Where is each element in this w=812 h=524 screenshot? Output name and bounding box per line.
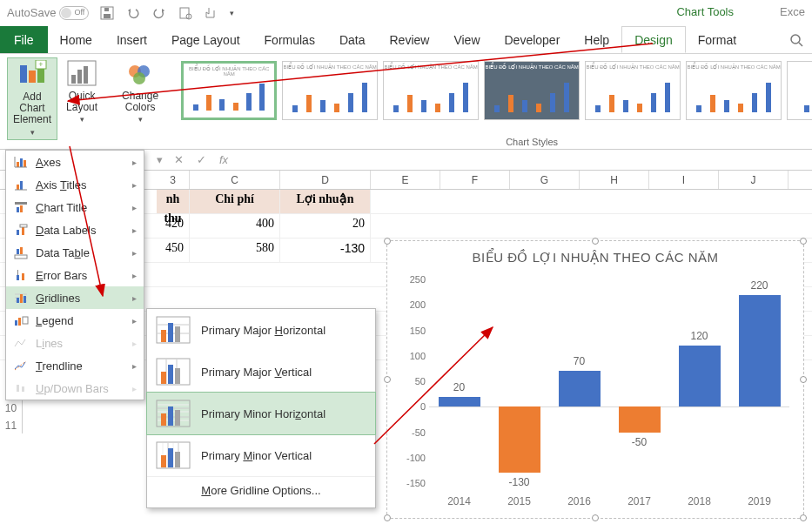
x-axis-label: 2015: [493, 495, 546, 507]
chart-style-5[interactable]: BIỂU ĐỒ LỢI NHUẬN THEO CÁC NĂM: [585, 61, 681, 120]
chart-style-6[interactable]: BIỂU ĐỒ LỢI NHUẬN THEO CÁC NĂM: [686, 61, 782, 120]
col-header-d[interactable]: D: [280, 171, 371, 189]
svg-rect-24: [17, 185, 19, 190]
cancel-formula-icon[interactable]: ✕: [171, 153, 185, 166]
chart-bar[interactable]: [739, 295, 781, 407]
col-header-e[interactable]: E: [371, 171, 440, 189]
formula-input[interactable]: [239, 153, 812, 166]
tab-view[interactable]: View: [441, 26, 492, 53]
chart-handle-r[interactable]: [800, 376, 807, 383]
touch-mode-icon[interactable]: [204, 5, 219, 21]
chart-styles-gallery[interactable]: BIỂU ĐỒ LỢI NHUẬN THEO CÁC NĂM BIỂU ĐỒ L…: [178, 57, 812, 124]
svg-rect-47: [23, 317, 28, 324]
save-icon[interactable]: [99, 5, 115, 21]
chart-handle-br[interactable]: [800, 514, 807, 521]
col-header-f[interactable]: F: [440, 171, 510, 189]
tab-formulas[interactable]: Formulas: [252, 26, 327, 53]
pmh-icon: [156, 316, 191, 344]
cell-b3[interactable]: 450: [157, 238, 190, 262]
chart-handle-t[interactable]: [592, 238, 599, 245]
qat-customize-icon[interactable]: ▾: [230, 9, 234, 17]
chart-style-7[interactable]: BIỂU ĐỒ: [787, 61, 812, 120]
menu-item-error-bars[interactable]: Error Bars▸: [6, 264, 144, 286]
cell-c3[interactable]: 580: [190, 238, 280, 262]
chart-style-3[interactable]: BIỂU ĐỒ LỢI NHUẬN THEO CÁC NĂM: [383, 61, 479, 120]
cell-b-header[interactable]: nh thu: [157, 190, 190, 213]
tab-file[interactable]: File: [0, 26, 48, 53]
embedded-chart[interactable]: BIỂU ĐỒ LỢI NHUẬN THEO CÁC NĂM -150-100-…: [386, 240, 804, 519]
row-header-11[interactable]: 11: [0, 416, 23, 433]
tab-home[interactable]: Home: [48, 26, 104, 53]
tab-developer[interactable]: Developer: [493, 26, 573, 53]
tab-help[interactable]: Help: [572, 26, 621, 53]
chart-handle-tr[interactable]: [800, 238, 807, 245]
change-colors-button[interactable]: Change Colors ▾: [117, 57, 164, 127]
submenu-primary-minor-horizontal[interactable]: Primary Minor Horizontal: [146, 392, 376, 435]
svg-rect-71: [175, 410, 180, 426]
chart-handle-bl[interactable]: [384, 514, 391, 521]
col-header-j[interactable]: J: [719, 171, 789, 189]
menu-item-data-labels[interactable]: Data Labels▸: [6, 218, 144, 241]
autosave-toggle[interactable]: AutoSave: [7, 6, 89, 20]
col-header-h[interactable]: H: [580, 171, 649, 189]
tab-design[interactable]: Design: [621, 26, 686, 53]
chart-handle-b[interactable]: [592, 514, 599, 521]
tab-data[interactable]: Data: [327, 26, 378, 53]
submenu-primary-minor-vertical[interactable]: Primary Minor Vertical: [147, 434, 375, 476]
chart-bar[interactable]: [499, 406, 540, 473]
col-header-i[interactable]: I: [649, 171, 719, 189]
row-header-10[interactable]: 10: [0, 399, 23, 416]
tab-insert[interactable]: Insert: [104, 26, 159, 53]
ribbon-tabs: File Home Insert Page Layout Formulas Da…: [0, 26, 812, 54]
col-header-partial[interactable]: 3: [157, 171, 190, 189]
chart-bar[interactable]: [439, 397, 480, 407]
col-header-g[interactable]: G: [510, 171, 580, 189]
submenu-primary-major-vertical[interactable]: Primary Major Vertical: [147, 351, 375, 393]
cell-d3[interactable]: -130: [280, 238, 371, 262]
add-chart-element-button[interactable]: + Add Chart Element ▾: [7, 57, 57, 140]
chart-style-1[interactable]: BIỂU ĐỒ LỢI NHUẬN THEO CÁC NĂM: [181, 61, 277, 120]
menu-item-axis-titles[interactable]: Axis Titles▸: [6, 173, 144, 196]
svg-line-48: [15, 361, 26, 370]
chart-plot-area[interactable]: -150-100-500501001502002502014202015-130…: [429, 279, 789, 483]
tab-page-layout[interactable]: Page Layout: [159, 26, 252, 53]
y-tick: 50: [393, 376, 426, 386]
print-preview-icon[interactable]: [178, 5, 193, 21]
chart-handle-tl[interactable]: [384, 238, 391, 245]
svg-rect-46: [18, 318, 21, 326]
chart-handle-l[interactable]: [384, 376, 391, 383]
chart-style-4[interactable]: BIỂU ĐỒ LỢI NHUẬN THEO CÁC NĂM: [484, 61, 580, 120]
menu-item-trendline[interactable]: Trendline▸: [6, 354, 144, 377]
quick-layout-button[interactable]: Quick Layout ▾: [61, 57, 103, 140]
submenu-primary-major-horizontal[interactable]: Primary Major Horizontal: [147, 309, 375, 351]
cell-d-header[interactable]: Lợi nhuận: [280, 190, 371, 213]
enter-formula-icon[interactable]: ✓: [194, 153, 208, 166]
col-header-c[interactable]: C: [190, 171, 280, 189]
tab-review[interactable]: Review: [378, 26, 442, 53]
cell-b2[interactable]: 420: [157, 214, 190, 238]
cell-c2[interactable]: 400: [190, 214, 280, 238]
chart-bar[interactable]: [619, 406, 661, 432]
gridlines-icon: [13, 291, 29, 305]
chart-style-2[interactable]: BIỂU ĐỒ LỢI NHUẬN THEO CÁC NĂM: [282, 61, 378, 120]
menu-item-legend[interactable]: Legend▸: [6, 309, 144, 332]
chart-data-label: 120: [679, 330, 721, 342]
chart-title[interactable]: BIỂU ĐỒ LỢI NHUẬN THEO CÁC NĂM: [387, 241, 803, 271]
fx-icon[interactable]: fx: [217, 153, 231, 166]
chart-bar[interactable]: [559, 371, 601, 406]
tab-format[interactable]: Format: [686, 26, 748, 53]
menu-item-chart-title[interactable]: Chart Title▸: [6, 196, 144, 218]
menu-item-axes[interactable]: Axes▸: [6, 151, 144, 173]
cell-c-header[interactable]: Chi phí: [190, 190, 280, 213]
undo-icon[interactable]: [125, 5, 141, 21]
menu-item-data-table[interactable]: Data Table▸: [6, 241, 144, 264]
submenu-more-gridline-options[interactable]: More Gridline Options...: [147, 476, 375, 504]
toggle-pill[interactable]: [59, 6, 89, 20]
ribbon: + Add Chart Element ▾ Quick Layout ▾ Cha…: [0, 54, 812, 150]
redo-icon[interactable]: [151, 5, 167, 21]
namebox-caret-icon[interactable]: ▾: [157, 153, 163, 166]
menu-item-gridlines[interactable]: Gridlines▸: [6, 286, 144, 309]
tell-me-search[interactable]: [781, 26, 812, 53]
cell-d2[interactable]: 20: [280, 214, 371, 238]
chart-bar[interactable]: [679, 346, 721, 406]
